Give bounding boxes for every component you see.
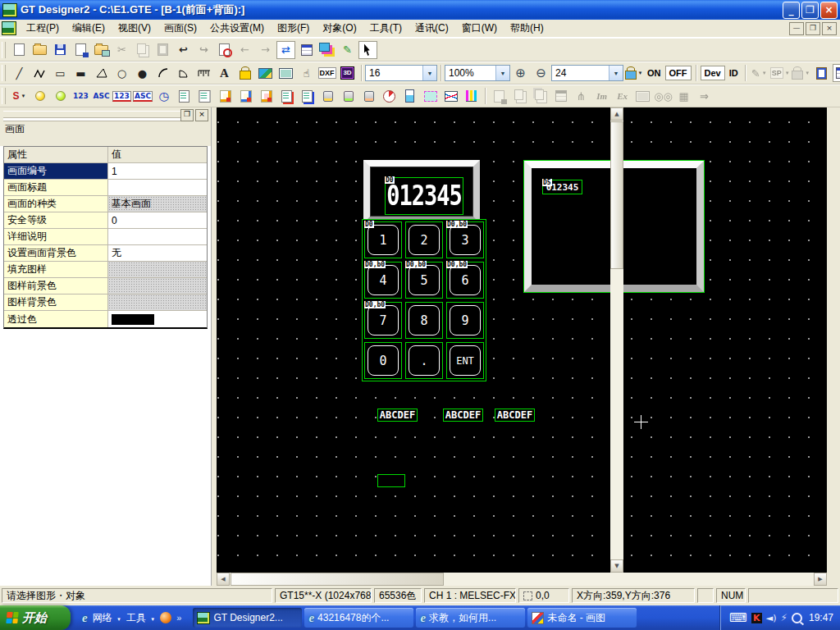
horizontal-scrollbar[interactable]: ◀ ▶	[217, 573, 827, 586]
empty-rectangle-object[interactable]	[377, 474, 405, 487]
internet-explorer-icon[interactable]: e	[82, 611, 88, 625]
menu-item-window[interactable]: 窗口(W)	[455, 20, 504, 37]
design-canvas[interactable]: D0 012345 D01 2 D0,b03 D0,b04 D0,b05 D0,…	[217, 107, 827, 573]
numeric-input-icon[interactable]: 123	[112, 87, 131, 105]
panel-drag-handle[interactable]	[3, 111, 181, 118]
property-name[interactable]: 画面编号	[4, 163, 108, 179]
property-sheet-icon[interactable]	[833, 64, 840, 82]
menu-item-project[interactable]: 工程(P)	[20, 20, 66, 37]
paste-icon[interactable]	[153, 41, 172, 59]
keypad-key-enter[interactable]: ENT	[446, 342, 484, 379]
menu-item-edit[interactable]: 编辑(E)	[66, 20, 112, 37]
vertical-scrollbar[interactable]: ▲ ▼	[610, 107, 623, 573]
transparent-color-swatch[interactable]	[112, 314, 154, 325]
menu-item-screen[interactable]: 画面(S)	[158, 20, 203, 37]
zoom-combo[interactable]: 100% ▼	[445, 65, 510, 81]
scale-icon[interactable]	[194, 64, 213, 82]
close-button[interactable]: ×	[820, 2, 838, 19]
export-icon[interactable]: Ex	[613, 87, 632, 105]
property-value[interactable]	[108, 229, 207, 244]
maximize-button[interactable]: ❐	[801, 2, 819, 19]
task-browser-1[interactable]: e 43216478的个...	[304, 608, 413, 628]
minimize-button[interactable]: _	[783, 2, 800, 19]
filled-rectangle-icon[interactable]: ▬	[71, 64, 90, 82]
panel-meter-icon[interactable]	[380, 87, 399, 105]
keypad-key-0[interactable]: 0	[364, 342, 402, 379]
scroll-up-icon[interactable]: ▲	[610, 107, 623, 121]
quick-net-menu[interactable]: 网络 ▼	[93, 611, 121, 625]
property-name[interactable]: 画面的种类	[4, 196, 108, 212]
property-name[interactable]: 图样前景色	[4, 278, 108, 294]
parts-display-icon[interactable]	[421, 87, 440, 105]
task-paint[interactable]: 未命名 - 画图	[527, 608, 637, 628]
circle-icon[interactable]: ○	[112, 64, 131, 82]
property-value[interactable]: 1	[108, 163, 207, 179]
toolbar-grip[interactable]	[2, 65, 6, 81]
chevron-down-icon[interactable]: ▼	[422, 66, 436, 80]
keypad-key-2[interactable]: 2	[405, 221, 443, 258]
copy-attributes-icon[interactable]	[812, 64, 831, 82]
filled-circle-icon[interactable]: ●	[133, 64, 152, 82]
device-off-button[interactable]: OFF	[665, 66, 692, 80]
ascii-display-icon[interactable]: ASC	[92, 87, 111, 105]
menu-item-help[interactable]: 帮助(H)	[504, 20, 550, 37]
trend-graph-icon[interactable]	[441, 87, 460, 105]
keypad-key-9[interactable]: 9	[446, 302, 484, 339]
sp-icon[interactable]: SP▼	[770, 64, 790, 82]
keypad-key-1[interactable]: D01	[364, 221, 402, 258]
hand-icon[interactable]: ☝	[297, 64, 316, 82]
touch-keypad[interactable]: D01 2 D0,b03 D0,b04 D0,b05 D0,b06 D0,b07…	[362, 219, 486, 381]
ascii-input-icon[interactable]: ASC	[133, 87, 153, 105]
keypad-key-4[interactable]: D0,b04	[364, 262, 402, 299]
vertical-scroll-thumb[interactable]	[610, 121, 623, 269]
undo-icon[interactable]: ↩	[174, 41, 193, 59]
new-icon[interactable]	[10, 41, 29, 59]
property-name[interactable]: 详细说明	[4, 229, 108, 244]
scroll-down-icon[interactable]: ▼	[610, 559, 623, 573]
save-icon[interactable]	[51, 41, 70, 59]
device-view-button[interactable]: Dev	[701, 66, 725, 80]
mdi-restore-button[interactable]: ❐	[806, 22, 820, 35]
text-icon[interactable]: A	[215, 64, 234, 82]
copy-icon[interactable]	[133, 41, 152, 59]
lamp-area-word-icon[interactable]	[339, 87, 358, 105]
keypad-key-3[interactable]: D0,b03	[446, 221, 484, 258]
forward-icon[interactable]: ⇒	[695, 87, 714, 105]
word-lamp-icon[interactable]	[51, 87, 70, 105]
mdi-minimize-button[interactable]: —	[789, 22, 804, 35]
horizontal-scroll-thumb[interactable]	[231, 573, 444, 586]
comment-word-icon[interactable]	[195, 87, 214, 105]
task-browser-2[interactable]: e 求教，如何用...	[416, 608, 525, 628]
preview-icon[interactable]	[215, 41, 234, 59]
property-value[interactable]	[108, 180, 207, 195]
tag-edit-icon[interactable]	[551, 87, 570, 105]
property-value[interactable]: 无	[108, 245, 207, 261]
redo-icon[interactable]: ↪	[194, 41, 213, 59]
zoom-out-icon[interactable]: ⊖	[532, 64, 550, 82]
sector-icon[interactable]	[174, 64, 193, 82]
table-row[interactable]: 详细说明	[4, 229, 207, 245]
level-display-icon[interactable]	[400, 87, 419, 105]
select-arrow-icon[interactable]	[358, 41, 377, 59]
property-value[interactable]: 0	[108, 212, 207, 228]
draw-pen-icon[interactable]: ✎	[338, 41, 357, 59]
alarm-history-icon[interactable]	[216, 87, 235, 105]
property-value[interactable]: 基本画面	[108, 196, 207, 212]
keypad-key-8[interactable]: 8	[405, 302, 443, 339]
next-screen-icon[interactable]: →	[256, 41, 275, 59]
scroll-right-icon[interactable]: ▶	[814, 573, 827, 586]
menu-item-common[interactable]: 公共设置(M)	[203, 20, 271, 37]
table-row[interactable]: 安全等级 0	[4, 212, 207, 229]
start-button[interactable]: 开始	[0, 605, 71, 630]
line-icon[interactable]: ╱	[10, 64, 29, 82]
screen-open-icon[interactable]	[92, 41, 111, 59]
grid-spacing-combo[interactable]: 24 ▼	[551, 65, 623, 81]
menu-item-object[interactable]: 对象(O)	[316, 20, 363, 37]
open-icon[interactable]	[30, 41, 49, 59]
keypad-key-dot[interactable]: .	[405, 342, 443, 379]
id-view-label[interactable]: ID	[727, 66, 741, 80]
grid-color-icon[interactable]: ▼	[624, 64, 643, 82]
panel-close-button[interactable]: ×	[195, 109, 208, 121]
script-icon[interactable]	[633, 87, 652, 105]
chevron-down-icon[interactable]: ▼	[495, 66, 509, 80]
